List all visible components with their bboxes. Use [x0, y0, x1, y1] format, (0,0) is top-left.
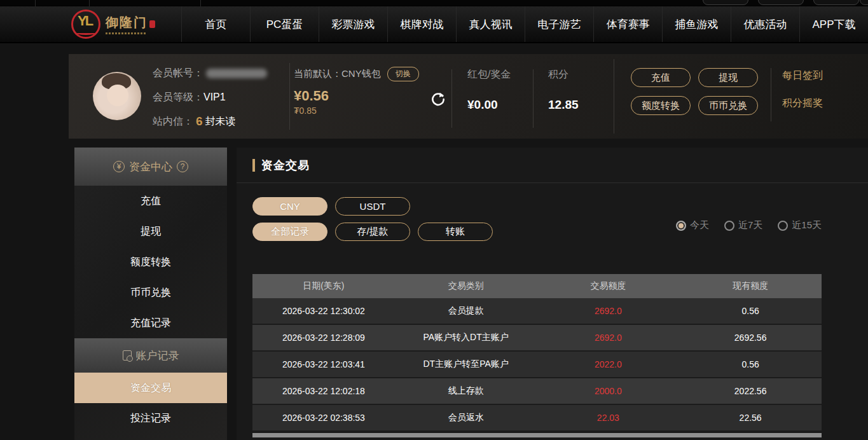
- section-title: 资金中心: [129, 160, 172, 174]
- yuan-circle-icon: ¥: [113, 161, 125, 172]
- nav-item-fishing[interactable]: 捕鱼游戏: [662, 6, 731, 42]
- main-content: 资金交易 CNY USDT 全部记录 存/提款 转账 今天 近7天 近15天: [237, 148, 868, 440]
- divider: [289, 63, 290, 130]
- sidebar-section-account-records: 账户记录: [74, 338, 227, 373]
- inbox-count: 6: [196, 114, 203, 128]
- points-value: 12.85: [548, 98, 579, 112]
- bonus-block: 红包/奖金 ¥0.00: [467, 68, 511, 112]
- table-header: 日期(美东) 交易类别 交易额度 现有额度: [252, 274, 822, 298]
- account-summary-panel: 会员帐号： 会员等级： VIP1 站内信： 6 封未读 当前默认：CNY钱包 切…: [69, 54, 868, 139]
- divider: [35, 0, 36, 6]
- nav-item-app[interactable]: APP下载: [799, 6, 868, 42]
- account-label: 会员帐号：: [153, 67, 203, 80]
- nav-item-promos[interactable]: 优惠活动: [731, 6, 799, 42]
- radio-15days[interactable]: 近15天: [778, 219, 822, 231]
- sidebar-item-deposit[interactable]: 充值: [74, 186, 227, 216]
- sidebar-item-quota-transfer[interactable]: 额度转换: [74, 247, 227, 277]
- level-row: 会员等级： VIP1: [153, 90, 267, 105]
- page-title: 资金交易: [261, 158, 310, 173]
- sidebar-item-bet-records[interactable]: 投注记录: [74, 403, 227, 434]
- divider: [451, 69, 452, 128]
- col-type: 交易类别: [395, 280, 537, 292]
- logo[interactable]: YL 御隆门: [0, 6, 181, 42]
- coin-swap-button[interactable]: 币币兑换: [698, 96, 758, 115]
- radio-dot-icon: [676, 221, 686, 231]
- account-records-icon: [123, 350, 132, 361]
- radio-today[interactable]: 今天: [676, 219, 709, 231]
- cutoff-button-stub: [813, 0, 859, 5]
- main-nav: YL 御隆门 首页 PC蛋蛋 彩票游戏 棋牌对战 真人视讯 电子游艺 体育赛事 …: [0, 6, 868, 43]
- radio-dot-icon: [724, 221, 734, 231]
- nav-item-sports[interactable]: 体育赛事: [593, 6, 662, 42]
- deposit-button[interactable]: 充值: [631, 68, 691, 87]
- currency-tab-cny[interactable]: CNY: [252, 197, 327, 216]
- table-next-row-partial: [252, 433, 822, 437]
- quota-transfer-button[interactable]: 额度转换: [631, 96, 691, 115]
- inbox-label: 站内信：: [153, 115, 193, 128]
- usdt-balance: ₮0.85: [294, 106, 419, 116]
- points-label: 积分: [548, 68, 579, 81]
- avatar[interactable]: [93, 72, 141, 120]
- transactions-table: 日期(美东) 交易类别 交易额度 现有额度 2026-03-22 12:30:0…: [252, 274, 822, 432]
- brand-name: 御隆门: [106, 15, 148, 29]
- nav-items: 首页 PC蛋蛋 彩票游戏 棋牌对战 真人视讯 电子游艺 体育赛事 捕鱼游戏 优惠…: [181, 6, 868, 42]
- bonus-label: 红包/奖金: [467, 68, 511, 81]
- nav-item-home[interactable]: 首页: [181, 6, 250, 42]
- nav-item-boardgame[interactable]: 棋牌对战: [387, 6, 456, 42]
- cny-balance: ¥0.56: [294, 88, 419, 104]
- brand-tagline: [106, 32, 146, 34]
- filter-tab-all[interactable]: 全部记录: [252, 223, 327, 241]
- cutoff-button-stub: [758, 0, 804, 5]
- divider: [533, 69, 534, 128]
- title-accent-bar: [252, 159, 255, 172]
- col-balance: 现有额度: [679, 280, 822, 292]
- radio-7days[interactable]: 近7天: [724, 219, 762, 231]
- nav-item-pcdandan[interactable]: PC蛋蛋: [250, 6, 319, 42]
- brand-logo-icon: YL: [71, 10, 100, 39]
- radio-dot-icon: [778, 221, 788, 231]
- cutoff-button-stub: [860, 0, 868, 5]
- sidebar-item-withdraw[interactable]: 提现: [74, 216, 227, 247]
- divider: [614, 59, 614, 134]
- account-row: 会员帐号：: [153, 65, 267, 81]
- switch-wallet-button[interactable]: 切换: [387, 67, 419, 81]
- sidebar-item-fund-transactions[interactable]: 资金交易: [74, 373, 227, 403]
- bonus-value: ¥0.00: [467, 98, 511, 112]
- table-row: 2026-03-22 12:30:02 会员提款 2692.0 0.56: [252, 298, 822, 325]
- section-title: 账户记录: [136, 348, 179, 363]
- date-range-radios: 今天 近7天 近15天: [676, 219, 822, 231]
- daily-signin-link[interactable]: 每日签到: [782, 69, 823, 83]
- browser-cutoff-strip: [0, 0, 868, 6]
- divider: [200, 0, 201, 6]
- filter-tab-deposit-withdraw[interactable]: 存/提款: [335, 223, 410, 241]
- sidebar-item-coin-swap[interactable]: 币币兑换: [74, 277, 227, 308]
- col-amount: 交易额度: [537, 280, 680, 292]
- brand-seal-icon: [149, 20, 155, 28]
- inbox-suffix: 封未读: [205, 115, 236, 128]
- filter-tab-transfer[interactable]: 转账: [418, 223, 493, 241]
- inbox-row[interactable]: 站内信： 6 封未读: [153, 114, 267, 129]
- refresh-balance-icon[interactable]: [430, 91, 446, 107]
- points-block: 积分 12.85: [548, 68, 579, 112]
- nav-item-lottery[interactable]: 彩票游戏: [319, 6, 387, 42]
- sidebar-section-fund-center: ¥ 资金中心 ?: [74, 148, 227, 186]
- nav-item-slots[interactable]: 电子游艺: [525, 6, 593, 42]
- nav-item-livecasino[interactable]: 真人视讯: [456, 6, 525, 42]
- table-row: 2026-03-22 12:28:09 PA账户转入DT主账户 2692.0 2…: [252, 325, 822, 352]
- withdraw-button[interactable]: 提现: [698, 68, 758, 87]
- cutoff-button-stub: [703, 0, 748, 5]
- col-date: 日期(美东): [252, 280, 395, 292]
- help-icon[interactable]: ?: [177, 161, 188, 172]
- account-value-redacted: [206, 69, 267, 78]
- divider: [771, 68, 771, 121]
- divider: [89, 0, 90, 6]
- wallet-block: 当前默认：CNY钱包 切换 ¥0.56 ₮0.85: [294, 67, 419, 116]
- table-row: 2026-03-22 12:03:41 DT主账户转至PA账户 2022.0 0…: [252, 352, 822, 378]
- currency-tab-usdt[interactable]: USDT: [335, 197, 410, 216]
- level-label: 会员等级：: [153, 91, 203, 104]
- level-value: VIP1: [203, 92, 226, 103]
- table-row: 2026-03-22 02:38:53 会员返水 22.03 22.56: [252, 405, 822, 432]
- points-lottery-link[interactable]: 积分摇奖: [782, 97, 823, 110]
- default-wallet-label: 当前默认：CNY钱包: [294, 68, 381, 80]
- sidebar-item-deposit-record[interactable]: 充值记录: [74, 308, 227, 338]
